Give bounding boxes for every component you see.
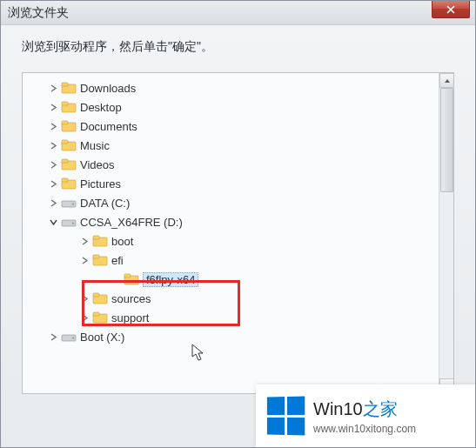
chevron-right-icon[interactable]	[78, 235, 91, 247]
close-button[interactable]	[432, 1, 470, 18]
tree-item[interactable]: Videos	[44, 155, 453, 174]
chevron-right-icon[interactable]	[47, 120, 59, 132]
svg-rect-1	[62, 83, 68, 86]
folder-tree-container: DownloadsDesktopDocumentsMusicVideosPict…	[22, 72, 454, 394]
tree-item-label: DATA (C:)	[80, 197, 130, 210]
tree-item-label: f6flpy-x64	[143, 272, 198, 287]
instruction-text: 浏览到驱动程序，然后单击"确定"。	[1, 25, 475, 64]
chevron-right-icon[interactable]	[47, 101, 59, 113]
folder-icon	[124, 272, 139, 286]
svg-rect-19	[93, 255, 99, 258]
tree-item[interactable]: DATA (C:)	[44, 193, 453, 212]
chevron-right-icon[interactable]	[78, 311, 91, 324]
tree-item-label: efi	[111, 254, 124, 267]
watermark: Win10之家 www.win10xitong.com	[256, 384, 475, 447]
folder-icon	[92, 311, 108, 324]
tree-item[interactable]: Documents	[44, 117, 453, 136]
svg-point-27	[72, 338, 74, 339]
chevron-right-icon[interactable]	[47, 331, 59, 343]
tree-item-label: Pictures	[80, 177, 121, 191]
tree-item[interactable]: Pictures	[44, 174, 453, 193]
tree-item[interactable]: Downloads	[44, 78, 453, 97]
close-icon	[446, 5, 455, 14]
drive-icon	[61, 196, 77, 210]
chevron-right-icon[interactable]	[47, 82, 59, 94]
chevron-right-icon[interactable]	[47, 158, 59, 171]
folder-icon	[61, 81, 77, 95]
folder-icon	[61, 100, 77, 114]
svg-point-13	[72, 204, 74, 205]
folder-icon	[92, 253, 108, 267]
watermark-brand: Win10之家	[313, 398, 416, 421]
svg-rect-21	[124, 274, 131, 277]
svg-rect-9	[62, 159, 68, 163]
folder-icon	[92, 291, 108, 305]
drive-icon	[61, 330, 77, 344]
tree-item-label: Boot (X:)	[80, 331, 124, 344]
drive-icon	[61, 215, 77, 229]
vertical-scrollbar[interactable]	[439, 73, 453, 393]
chevron-right-icon[interactable]	[47, 197, 59, 209]
tree-item[interactable]: Boot (X:)	[44, 327, 453, 346]
chevron-right-icon[interactable]	[47, 139, 59, 151]
browse-folder-dialog: 浏览文件夹 浏览到驱动程序，然后单击"确定"。 DownloadsDesktop…	[0, 0, 476, 448]
tree-item[interactable]: support	[75, 308, 453, 327]
tree-item[interactable]: f6flpy-x64	[106, 270, 453, 289]
svg-rect-17	[93, 236, 99, 239]
folder-icon	[92, 234, 108, 248]
tree-item[interactable]: Desktop	[44, 97, 453, 117]
svg-rect-7	[62, 140, 68, 144]
tree-item-label: Music	[80, 139, 110, 152]
windows-logo-icon	[267, 396, 305, 435]
tree-item-label: Downloads	[80, 82, 136, 95]
folder-icon	[61, 138, 77, 152]
folder-tree[interactable]: DownloadsDesktopDocumentsMusicVideosPict…	[23, 73, 453, 393]
svg-rect-5	[62, 121, 68, 124]
watermark-url: www.win10xitong.com	[313, 423, 416, 435]
tree-item-label: Documents	[80, 120, 137, 133]
svg-rect-23	[93, 293, 99, 297]
expander-spacer	[110, 273, 122, 285]
tree-item-label: CCSA_X64FRE (D:)	[80, 216, 183, 229]
tree-item-label: Videos	[80, 158, 115, 171]
tree-item[interactable]: boot	[75, 231, 453, 251]
svg-rect-11	[62, 178, 68, 182]
svg-point-15	[72, 223, 74, 224]
tree-item-label: sources	[111, 292, 151, 305]
tree-item[interactable]: sources	[75, 289, 453, 308]
svg-rect-3	[62, 102, 68, 105]
tree-item-label: support	[111, 311, 149, 324]
chevron-down-icon[interactable]	[47, 216, 59, 228]
tree-item-label: boot	[111, 235, 133, 248]
folder-icon	[61, 177, 77, 191]
titlebar: 浏览文件夹	[1, 1, 475, 25]
tree-item[interactable]: CCSA_X64FRE (D:)	[44, 212, 453, 231]
chevron-right-icon[interactable]	[47, 177, 59, 190]
tree-item[interactable]: efi	[75, 251, 453, 270]
chevron-right-icon[interactable]	[78, 254, 91, 266]
folder-icon	[61, 157, 77, 171]
dialog-title: 浏览文件夹	[8, 5, 69, 21]
svg-rect-25	[93, 312, 99, 316]
scroll-up-button[interactable]	[439, 73, 454, 88]
chevron-right-icon[interactable]	[78, 292, 91, 304]
folder-icon	[61, 119, 77, 133]
tree-item[interactable]: Music	[44, 136, 453, 155]
scroll-thumb[interactable]	[440, 88, 453, 192]
tree-item-label: Desktop	[80, 101, 122, 114]
